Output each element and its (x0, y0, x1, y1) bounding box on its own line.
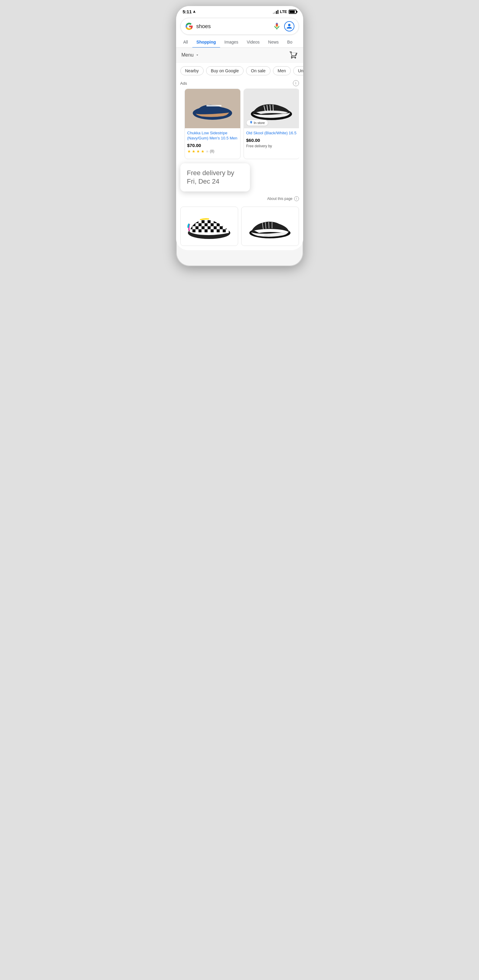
svg-rect-16 (211, 223, 213, 226)
account-icon[interactable] (284, 21, 294, 32)
in-store-text: In store (254, 121, 265, 125)
svg-rect-19 (189, 226, 193, 229)
search-tabs: All Shopping Images Videos News Bo (176, 37, 303, 48)
svg-rect-18 (223, 223, 226, 226)
product-cards: Chukka Low Sidestripe (Navy/Gum) Men's 1… (180, 89, 299, 163)
menu-bar: Menu (176, 48, 303, 63)
in-store-badge: In store (246, 120, 268, 126)
bottom-card-2[interactable]: VANS (241, 207, 299, 246)
product-title-2: Old Skool (Black/White) 16.5 (246, 130, 297, 136)
svg-rect-7 (196, 220, 199, 223)
svg-rect-29 (211, 229, 213, 232)
menu-label: Menu (181, 52, 194, 58)
svg-marker-0 (193, 10, 196, 13)
bottom-shoe-2: VANS (246, 211, 294, 241)
search-bar[interactable]: shoes (180, 18, 299, 35)
phone-frame: 5:11 LTE (176, 6, 303, 266)
svg-rect-12 (226, 220, 229, 223)
about-page-bar: About this page i (176, 194, 303, 204)
product-image-2: In store (244, 89, 299, 128)
tab-images[interactable]: Images (220, 37, 243, 48)
bottom-shoe-1 (185, 211, 233, 241)
svg-rect-15 (205, 223, 208, 226)
svg-rect-22 (208, 226, 211, 229)
about-page-label[interactable]: About this page (267, 197, 292, 201)
screen: 5:11 LTE (176, 6, 303, 250)
product-card-1[interactable]: Chukka Low Sidestripe (Navy/Gum) Men's 1… (185, 89, 240, 159)
filter-chips: Nearby Buy on Google On sale Men Unise (176, 63, 303, 78)
status-time: 5:11 (183, 9, 196, 14)
svg-text:VANS: VANS (264, 234, 270, 237)
ads-header: Ads i (180, 78, 299, 89)
filter-men[interactable]: Men (273, 66, 291, 75)
product-price-1: $70.00 (187, 143, 238, 148)
product-info-1: Chukka Low Sidestripe (Navy/Gum) Men's 1… (185, 128, 240, 158)
svg-rect-6 (189, 220, 193, 223)
product-image-1 (185, 89, 240, 128)
svg-rect-14 (199, 223, 202, 226)
chevron-down-icon (195, 53, 199, 57)
svg-rect-28 (205, 229, 208, 232)
svg-rect-25 (226, 226, 229, 229)
bottom-card-1[interactable] (180, 207, 238, 246)
svg-rect-21 (202, 226, 205, 229)
battery-icon (289, 10, 296, 14)
svg-rect-17 (216, 223, 220, 226)
shoe-image-1 (190, 94, 235, 124)
stars-1: ★ ★ ★ ★ ★ (8) (187, 149, 238, 154)
star-1-4: ★ (201, 149, 205, 154)
signal-bars (273, 10, 278, 14)
svg-rect-24 (220, 226, 223, 229)
product-title-1: Chukka Low Sidestripe (Navy/Gum) Men's 1… (187, 130, 238, 141)
tooltip-text: Free delivery byFri, Dec 24 (187, 169, 234, 185)
tab-shopping[interactable]: Shopping (192, 37, 220, 48)
lte-label: LTE (280, 10, 287, 14)
tooltip-overlay: Free delivery byFri, Dec 24 (180, 163, 250, 191)
ads-info-icon[interactable]: i (293, 80, 299, 86)
ads-section: Ads i (176, 78, 303, 163)
svg-rect-2 (206, 105, 221, 107)
time-display: 5:11 (183, 9, 192, 14)
cart-icon[interactable] (289, 51, 298, 59)
svg-rect-13 (193, 223, 196, 226)
svg-rect-23 (213, 226, 216, 229)
svg-rect-10 (213, 220, 216, 223)
mic-icon[interactable] (273, 22, 281, 30)
product-price-2: $60.00 (246, 138, 297, 143)
star-1-1: ★ (187, 149, 191, 154)
bottom-products: VANS (176, 204, 303, 250)
filter-on-sale[interactable]: On sale (246, 66, 270, 75)
location-icon (193, 10, 196, 13)
delivery-2: Free delivery by (246, 144, 297, 148)
ads-label: Ads (180, 81, 187, 86)
status-icons: LTE (273, 10, 296, 14)
tab-all[interactable]: All (179, 37, 193, 48)
person-icon (286, 23, 292, 29)
filter-unisex[interactable]: Unise (293, 66, 303, 75)
star-1-2: ★ (192, 149, 196, 154)
svg-rect-31 (223, 229, 226, 232)
filter-nearby[interactable]: Nearby (180, 66, 204, 75)
status-bar: 5:11 LTE (176, 6, 303, 16)
product-info-2: Old Skool (Black/White) 16.5 $60.00 Free… (244, 128, 299, 151)
svg-rect-26 (193, 229, 196, 232)
star-1-3: ★ (196, 149, 200, 154)
svg-rect-20 (196, 226, 199, 229)
about-page-info-icon[interactable]: i (294, 196, 299, 201)
tab-videos[interactable]: Videos (243, 37, 264, 48)
menu-button[interactable]: Menu (181, 52, 199, 58)
location-pin-icon (250, 121, 253, 125)
svg-rect-8 (202, 220, 205, 223)
svg-rect-30 (216, 229, 220, 232)
tab-news[interactable]: News (264, 37, 283, 48)
svg-rect-11 (220, 220, 223, 223)
svg-rect-27 (199, 229, 202, 232)
product-card-2[interactable]: In store Old Skool (Black/White) 16.5 $6… (243, 89, 299, 159)
search-query[interactable]: shoes (196, 23, 270, 30)
filter-buy-on-google[interactable]: Buy on Google (206, 66, 244, 75)
tab-more[interactable]: Bo (283, 37, 296, 48)
svg-rect-9 (208, 220, 211, 223)
star-1-5: ★ (205, 149, 209, 154)
google-logo (185, 22, 193, 30)
shoe-image-2 (247, 94, 296, 124)
